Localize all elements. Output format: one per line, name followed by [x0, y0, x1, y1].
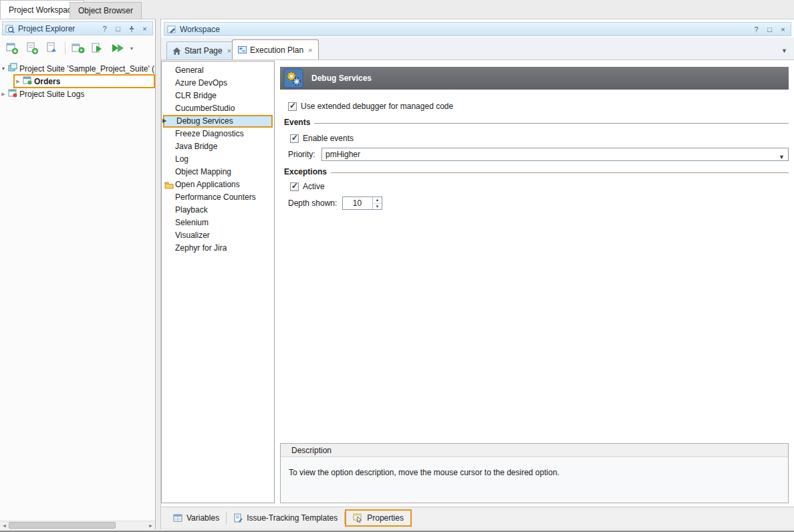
record-icon	[71, 41, 86, 55]
tab-close-icon[interactable]: ×	[308, 46, 312, 54]
use-extended-debugger-checkbox[interactable]	[288, 102, 297, 111]
tab-list-dropdown-icon[interactable]: ▼	[781, 47, 787, 54]
settings-nav-general[interactable]: General	[162, 64, 274, 77]
settings-nav-clr-bridge[interactable]: CLR Bridge	[162, 90, 274, 102]
tab-object-browser[interactable]: Object Browser	[70, 2, 142, 19]
document-tab-strip: Start Page × Execution Plan × ▼	[161, 37, 794, 60]
toolbar-separator	[65, 41, 65, 55]
collapse-icon[interactable]: ▼	[0, 66, 7, 71]
exceptions-group-header: Exceptions	[284, 167, 789, 176]
explorer-close-icon[interactable]: ×	[140, 23, 150, 33]
enable-events-label: Enable events	[303, 134, 354, 143]
tab-variables-label: Variables	[186, 513, 219, 523]
active-row: Active	[290, 181, 325, 192]
new-item-icon	[25, 41, 39, 55]
stepper-arrows: ▲ ▼	[372, 197, 382, 209]
settings-nav-performance-counters[interactable]: Performance Counters	[162, 191, 274, 204]
open-icon	[45, 41, 59, 55]
settings-nav-azure-devops[interactable]: Azure DevOps	[162, 77, 274, 90]
tree-row-project-suite[interactable]: ▼ Project Suite 'Sample_Project_Suite' (…	[0, 62, 155, 75]
open-item-button[interactable]	[43, 39, 61, 57]
active-checkbox[interactable]	[290, 182, 299, 191]
add-item-button[interactable]	[23, 39, 41, 57]
depth-shown-value: 10	[343, 197, 372, 209]
debug-services-icon	[283, 68, 303, 88]
workspace-header: Workspace ? □ ×	[164, 22, 791, 36]
testcomplete-window: Project Workspace Object Browser Project…	[0, 0, 794, 532]
tab-close-icon[interactable]: ×	[227, 47, 231, 55]
page-title-bar: Debug Services	[280, 67, 789, 90]
settings-nav-debug-services[interactable]: Debug Services	[163, 115, 273, 128]
active-label: Active	[303, 182, 325, 191]
description-text: To view the option description, move the…	[281, 457, 788, 477]
settings-nav-open-applications-label: Open Applications	[175, 180, 240, 189]
scroll-left-icon[interactable]: ◄	[0, 521, 9, 529]
tab-properties[interactable]: Properties	[345, 509, 412, 527]
settings-nav-visualizer[interactable]: Visualizer	[162, 229, 274, 242]
settings-nav-selenium[interactable]: Selenium	[162, 217, 274, 229]
settings-nav-zephyr[interactable]: Zephyr for Jira	[162, 242, 274, 255]
debug-services-page: Debug Services Use extended debugger for…	[280, 61, 789, 503]
settings-nav-log[interactable]: Log	[162, 153, 274, 166]
tab-execution-plan[interactable]: Execution Plan ×	[232, 39, 319, 59]
record-test-button[interactable]	[69, 39, 88, 57]
window-bottom-edge	[161, 528, 794, 529]
bottom-tab-strip: Variables Issue-Tracking Templates	[161, 507, 794, 528]
run-icon	[91, 41, 106, 55]
priority-row: Priority: pmHigher ▼	[280, 148, 789, 161]
tab-start-page[interactable]: Start Page ×	[166, 41, 237, 59]
settings-nav-object-mapping[interactable]: Object Mapping	[162, 166, 274, 178]
run-test-button[interactable]	[89, 39, 108, 57]
project-explorer-title: Project Explorer	[18, 24, 96, 33]
explorer-horizontal-scrollbar[interactable]: ◄ ►	[0, 521, 155, 529]
settings-nav-cucumberstudio[interactable]: CucumberStudio	[162, 102, 274, 115]
settings-nav-freeze-diagnostics[interactable]: Freeze Diagnostics	[162, 128, 274, 140]
add-project-suite-button[interactable]	[3, 39, 21, 57]
tree-row-project-suite-logs[interactable]: ▶ Project Suite Logs	[0, 88, 155, 100]
stepper-down-icon[interactable]: ▼	[373, 204, 382, 210]
project-suite-icon	[8, 63, 17, 74]
stepper-up-icon[interactable]: ▲	[373, 197, 382, 204]
priority-dropdown[interactable]: pmHigher ▼	[321, 148, 789, 161]
settings-nav-java-bridge[interactable]: Java Bridge	[162, 140, 274, 153]
top-tab-strip: Project Workspace Object Browser	[0, 0, 794, 19]
toolbar-dropdown-icon[interactable]: ▾	[129, 45, 134, 51]
explorer-pin-icon[interactable]	[126, 23, 136, 33]
tab-project-workspace-label: Project Workspace	[9, 5, 76, 15]
logs-icon	[8, 88, 17, 100]
events-group-header: Events	[284, 118, 789, 127]
settings-nav-open-applications[interactable]: Open Applications	[162, 178, 274, 191]
pin-icon	[128, 25, 135, 32]
tab-issue-tracking-templates[interactable]: Issue-Tracking Templates	[227, 509, 344, 527]
depth-shown-stepper[interactable]: 10 ▲ ▼	[342, 196, 382, 210]
workspace-close-icon[interactable]: ×	[778, 24, 788, 34]
scroll-right-icon[interactable]: ►	[146, 521, 155, 529]
tab-properties-label: Properties	[367, 513, 404, 523]
workspace-float-icon[interactable]: □	[765, 24, 775, 34]
explorer-help-icon[interactable]: ?	[100, 23, 110, 33]
orders-label: Orders	[34, 77, 60, 86]
description-box: Description To view the option descripti…	[280, 443, 789, 503]
use-extended-debugger-row: Use extended debugger for managed code	[288, 101, 453, 112]
run-all-icon	[110, 41, 126, 55]
issue-tracking-icon	[233, 513, 243, 523]
workspace-panel: Workspace ? □ × Start Page × Execution P…	[160, 19, 794, 529]
properties-icon	[353, 513, 363, 523]
tree-row-orders[interactable]: ▶ Orders	[13, 74, 155, 88]
tab-variables[interactable]: Variables	[166, 509, 226, 527]
scrollbar-thumb[interactable]	[9, 522, 116, 529]
orders-project-icon	[23, 76, 32, 87]
settings-nav-playback[interactable]: Playback	[162, 204, 274, 217]
depth-shown-label: Depth shown:	[288, 196, 337, 210]
tab-issue-tracking-label: Issue-Tracking Templates	[247, 513, 338, 523]
description-header: Description	[281, 444, 788, 457]
workspace-help-icon[interactable]: ?	[751, 24, 761, 34]
run-suite-button[interactable]	[109, 39, 128, 57]
explorer-float-icon[interactable]: □	[113, 23, 123, 33]
chevron-down-icon: ▼	[779, 151, 785, 163]
expand-icon[interactable]: ▶	[0, 92, 7, 97]
depth-row: Depth shown: 10 ▲ ▼	[280, 196, 789, 210]
enable-events-checkbox[interactable]	[290, 134, 299, 143]
expand-icon[interactable]: ▶	[15, 79, 21, 84]
project-explorer-icon	[5, 24, 15, 33]
